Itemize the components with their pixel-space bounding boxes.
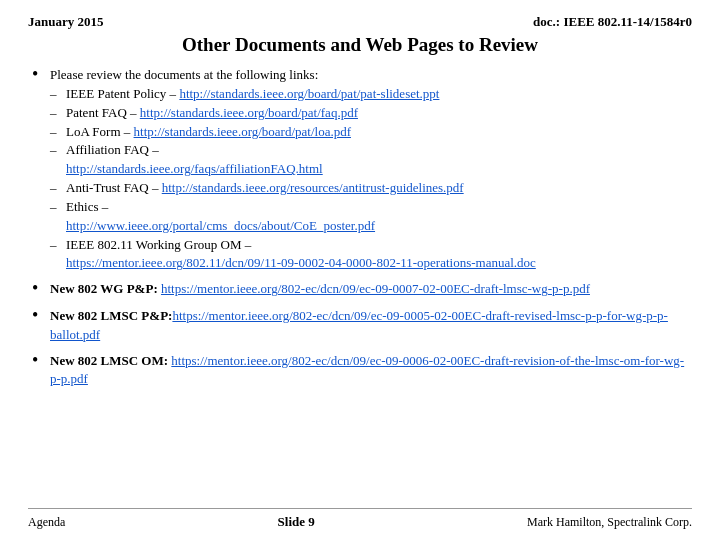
sub-item: – Affiliation FAQ – http://standards.iee… — [50, 141, 536, 179]
bullet-list: • Please review the documents at the fol… — [32, 66, 688, 389]
bullet-prefix: New 802 LMSC P&P:https://mentor.ieee.org… — [50, 308, 668, 342]
bullet-content: New 802 WG P&P: https://mentor.ieee.org/… — [50, 280, 590, 299]
sub-item: – LoA Form – http://standards.ieee.org/b… — [50, 123, 536, 142]
bullet-prefix: New 802 WG P&P: https://mentor.ieee.org/… — [50, 281, 590, 296]
bullet-icon: • — [32, 305, 50, 327]
bullet-icon: • — [32, 350, 50, 372]
dash-icon: – — [50, 85, 66, 104]
loa-link[interactable]: http://standards.ieee.org/board/pat/loa.… — [134, 124, 351, 139]
sub-item: – IEEE 802.11 Working Group OM – https:/… — [50, 236, 536, 274]
sub-text: Ethics – http://www.ieee.org/portal/cms_… — [66, 198, 375, 236]
wg-pp-link[interactable]: https://mentor.ieee.org/802-ec/dcn/09/ec… — [161, 281, 590, 296]
footer-left: Agenda — [28, 515, 65, 530]
ethics-link[interactable]: http://www.ieee.org/portal/cms_docs/abou… — [66, 218, 375, 233]
bullet-content: New 802 LMSC OM: https://mentor.ieee.org… — [50, 352, 688, 390]
footer-center: Slide 9 — [278, 514, 315, 530]
bullet-icon: • — [32, 278, 50, 300]
dash-icon: – — [50, 141, 66, 160]
header-doc: doc.: IEEE 802.11-14/1584r0 — [533, 14, 692, 30]
sub-text: Anti-Trust FAQ – http://standards.ieee.o… — [66, 179, 464, 198]
bullet-content: Please review the documents at the follo… — [50, 66, 536, 273]
list-item: • New 802 WG P&P: https://mentor.ieee.or… — [32, 280, 688, 300]
footer: Agenda Slide 9 Mark Hamilton, Spectralin… — [28, 508, 692, 530]
sub-item: – Anti-Trust FAQ – http://standards.ieee… — [50, 179, 536, 198]
footer-right: Mark Hamilton, Spectralink Corp. — [527, 515, 692, 530]
bullet-icon: • — [32, 64, 50, 86]
sub-text: Affiliation FAQ – http://standards.ieee.… — [66, 141, 323, 179]
list-item: • Please review the documents at the fol… — [32, 66, 688, 273]
dash-icon: – — [50, 179, 66, 198]
dash-icon: – — [50, 123, 66, 142]
sub-text: LoA Form – http://standards.ieee.org/boa… — [66, 123, 351, 142]
affiliation-link[interactable]: http://standards.ieee.org/faqs/affiliati… — [66, 161, 323, 176]
sub-item: – Ethics – http://www.ieee.org/portal/cm… — [50, 198, 536, 236]
dash-icon: – — [50, 198, 66, 217]
dash-icon: – — [50, 104, 66, 123]
sub-item: – IEEE Patent Policy – http://standards.… — [50, 85, 536, 104]
antitrust-link[interactable]: http://standards.ieee.org/resources/anti… — [162, 180, 464, 195]
wg-om-link[interactable]: https://mentor.ieee.org/802.11/dcn/09/11… — [66, 255, 536, 270]
header: January 2015 doc.: IEEE 802.11-14/1584r0 — [28, 14, 692, 30]
patent-faq-link[interactable]: http://standards.ieee.org/board/pat/faq.… — [140, 105, 358, 120]
sub-text: IEEE 802.11 Working Group OM – https://m… — [66, 236, 536, 274]
header-date: January 2015 — [28, 14, 103, 30]
slide-title: Other Documents and Web Pages to Review — [28, 34, 692, 56]
sub-item: – Patent FAQ – http://standards.ieee.org… — [50, 104, 536, 123]
bullet-content: New 802 LMSC P&P:https://mentor.ieee.org… — [50, 307, 688, 345]
sub-text: IEEE Patent Policy – http://standards.ie… — [66, 85, 439, 104]
bullet-intro: Please review the documents at the follo… — [50, 67, 318, 82]
bullet-prefix: New 802 LMSC OM: https://mentor.ieee.org… — [50, 353, 684, 387]
patent-policy-link[interactable]: http://standards.ieee.org/board/pat/pat-… — [179, 86, 439, 101]
slide: January 2015 doc.: IEEE 802.11-14/1584r0… — [0, 0, 720, 540]
list-item: • New 802 LMSC P&P:https://mentor.ieee.o… — [32, 307, 688, 345]
dash-icon: – — [50, 236, 66, 255]
sub-text: Patent FAQ – http://standards.ieee.org/b… — [66, 104, 358, 123]
list-item: • New 802 LMSC OM: https://mentor.ieee.o… — [32, 352, 688, 390]
content-area: • Please review the documents at the fol… — [28, 66, 692, 504]
